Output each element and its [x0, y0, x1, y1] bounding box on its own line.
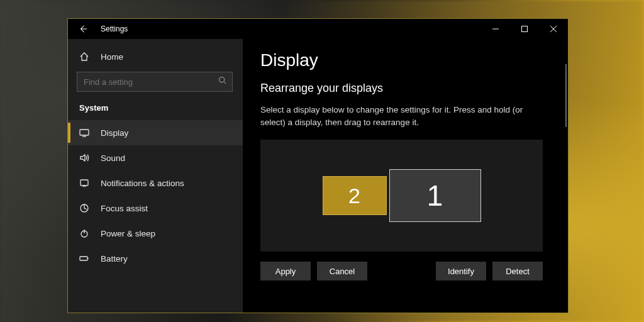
- maximize-icon: [521, 26, 528, 32]
- nav-list: Display Sound Notifications & actions Fo…: [68, 120, 243, 271]
- nav-item-focus-assist[interactable]: Focus assist: [68, 196, 243, 221]
- nav-label: Display: [101, 128, 128, 138]
- nav-item-power-sleep[interactable]: Power & sleep: [68, 221, 243, 246]
- close-icon: [550, 26, 557, 32]
- category-header: System: [68, 98, 243, 120]
- search-icon: [218, 76, 226, 86]
- focus-assist-icon: [79, 203, 89, 213]
- main-content: Display Rearrange your displays Select a…: [243, 39, 568, 313]
- nav-item-display[interactable]: Display: [68, 120, 243, 145]
- section-title: Rearrange your displays: [260, 82, 550, 95]
- sidebar: Home System Display Sound: [68, 39, 243, 313]
- nav-label: Sound: [101, 153, 125, 163]
- spacer: [374, 262, 430, 280]
- minimize-button[interactable]: [481, 19, 510, 39]
- nav-label: Power & sleep: [101, 229, 155, 238]
- nav-label: Battery: [101, 254, 128, 264]
- monitor-1[interactable]: 1: [389, 169, 481, 222]
- settings-window: Settings Home: [67, 18, 569, 313]
- notifications-icon: [79, 178, 89, 188]
- window-title: Settings: [101, 25, 128, 33]
- detect-button[interactable]: Detect: [492, 262, 543, 280]
- sound-icon: [79, 153, 89, 163]
- page-title: Display: [260, 50, 550, 70]
- nav-item-notifications[interactable]: Notifications & actions: [68, 170, 243, 196]
- window-controls: [481, 19, 568, 39]
- apply-button[interactable]: Apply: [260, 262, 311, 280]
- section-description: Select a display below to change the set…: [260, 104, 543, 128]
- nav-item-battery[interactable]: Battery: [68, 246, 243, 271]
- search-input[interactable]: [77, 72, 233, 92]
- monitor-2[interactable]: 2: [323, 176, 387, 215]
- monitor-2-label: 2: [348, 184, 360, 208]
- svg-rect-3: [80, 180, 88, 186]
- scrollbar[interactable]: [565, 64, 567, 127]
- svg-point-1: [219, 77, 225, 82]
- arrow-left-icon: [79, 25, 87, 33]
- nav-label: Focus assist: [101, 204, 148, 213]
- display-arrangement-area[interactable]: 2 1: [260, 140, 543, 252]
- display-icon: [79, 128, 89, 138]
- search-container: [68, 69, 243, 98]
- svg-rect-2: [80, 130, 89, 135]
- minimize-icon: [492, 26, 499, 32]
- battery-icon: [79, 253, 89, 264]
- home-label: Home: [101, 52, 123, 62]
- button-row: Apply Cancel Identify Detect: [260, 262, 543, 280]
- nav-label: Notifications & actions: [101, 179, 184, 188]
- close-button[interactable]: [539, 19, 568, 39]
- nav-item-sound[interactable]: Sound: [68, 145, 243, 170]
- svg-rect-0: [522, 26, 528, 32]
- cancel-button[interactable]: Cancel: [317, 262, 367, 280]
- svg-rect-5: [80, 257, 87, 260]
- home-nav[interactable]: Home: [68, 44, 243, 69]
- window-body: Home System Display Sound: [68, 39, 568, 313]
- power-icon: [79, 228, 89, 238]
- monitor-1-label: 1: [427, 179, 443, 213]
- maximize-button[interactable]: [510, 19, 539, 39]
- home-icon: [79, 52, 89, 62]
- identify-button[interactable]: Identify: [436, 262, 486, 280]
- titlebar: Settings: [68, 19, 568, 39]
- back-button[interactable]: [68, 19, 98, 39]
